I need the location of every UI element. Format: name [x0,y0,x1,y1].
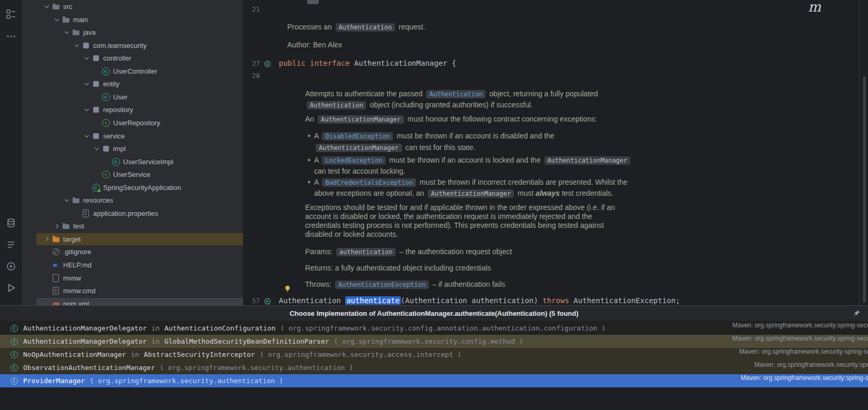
doc-text: Throws: [305,280,334,288]
implementation-row[interactable]: CNoOpAuthenticationManagerinAbstractSecu… [0,348,868,361]
spring-boot-class-icon: C [92,184,100,192]
doc-link-chip[interactable]: LockedException [322,156,385,165]
implementation-row[interactable]: CAuthenticationManagerDelegatorinAuthent… [0,322,868,335]
implementation-class-name: AuthenticationManagerDelegator [23,337,147,345]
doc-text: can test for this state. [403,143,476,152]
doc-text: A [314,178,320,186]
ignored-file-icon [53,248,59,255]
class-icon: C [102,67,110,75]
package-icon [103,146,109,152]
implementation-row-selected[interactable]: CProviderManager( org.springframework.se… [0,374,868,387]
doc-link-chip[interactable]: DisabledException [322,132,393,141]
class-icon: C [102,93,110,101]
tree-item-userrepository[interactable]: IUserRepository [22,116,243,129]
tree-item-main[interactable]: main [22,13,243,26]
tree-item-icon [82,209,90,217]
doc-link-chip[interactable]: AuthenticationException [335,281,429,289]
run-icon[interactable] [5,282,17,294]
tree-item-impl[interactable]: impl [22,142,243,155]
implementation-row[interactable]: CObservationAuthenticationManager( org.s… [0,361,868,374]
tree-item-icon [52,274,60,282]
intention-bulb-icon[interactable] [284,285,291,293]
chevron-open-icon[interactable] [82,77,92,91]
text-file-icon [83,209,89,217]
tree-item-repository[interactable]: repository [22,103,243,116]
tree-item-help-md[interactable]: M↓HELP.md [22,258,243,272]
doc-text: – the authentication request object [397,247,512,256]
popup-title: Choose Implementation of AuthenticationM… [0,306,868,321]
tree-item-icon: C [92,183,100,192]
tree-item-label: test [73,222,84,230]
services-icon[interactable] [5,261,17,272]
todo-icon[interactable] [5,239,17,251]
tree-item-entity[interactable]: entity [22,77,243,91]
chevron-spacer [42,297,52,305]
doc-line: Authentication object (including granted… [305,101,533,109]
maven-tool-window-button[interactable]: m [808,0,821,15]
tree-item-label: repository [103,106,133,114]
chevron-open-icon[interactable] [72,39,82,52]
doc-text: Exceptions should be tested for and if a… [305,203,615,212]
chevron-closed-icon[interactable] [52,219,62,233]
doc-line: can test for account locking. [314,167,406,175]
chevron-open-icon[interactable] [82,52,92,65]
doc-link-chip[interactable]: BadCredentialsException [322,178,416,187]
database-icon[interactable] [5,217,17,229]
chevron-open-icon[interactable] [42,0,52,13]
chevron-spacer [72,207,82,220]
tree-item-label: resources [83,196,113,204]
tree-item-icon [92,106,100,114]
chevron-open-icon[interactable] [92,142,102,155]
tree-item-java[interactable]: java [22,26,243,39]
folder-icon [63,224,69,229]
tree-item-controller[interactable]: controller [22,52,243,65]
tree-item-usercontroller[interactable]: CUserController [22,65,243,78]
implementation-class-name: AuthenticationManagerDelegator [23,324,147,332]
doc-line: Exceptions should be tested for and if a… [305,203,615,212]
doc-link-chip[interactable]: Authentication [426,90,486,98]
chevron-closed-icon[interactable] [42,233,52,246]
implementation-row[interactable]: CAuthenticationManagerDelegatorinGlobalM… [0,335,868,348]
package-icon [93,81,99,87]
chevron-open-icon[interactable] [62,26,72,39]
tree-item-pom-xml[interactable]: mpom.xml [22,297,243,305]
tree-item-test[interactable]: test [22,219,243,233]
tree-item-src[interactable]: src [22,0,243,13]
editor-scrollbar[interactable] [863,76,866,303]
implemented-marker-icon[interactable] [264,60,271,67]
chevron-open-icon[interactable] [52,13,62,26]
chevron-spacer [92,116,102,129]
tree-item-icon: C [102,67,110,75]
package-icon [93,133,99,139]
pin-icon[interactable] [853,309,861,317]
tree-item-userserviceimpl[interactable]: CUserServiceImpl [22,155,243,168]
tree-item-springsecurityapplication[interactable]: CSpringSecurityApplication [22,181,243,194]
tree-item-com-learnsecurity[interactable]: com.learnsecurity [22,39,243,52]
chevron-open-icon[interactable] [62,194,72,207]
chevron-open-icon[interactable] [82,129,92,143]
highlighted-method-name: authenticate [345,296,400,305]
tree-item-userservice[interactable]: IUserService [22,168,243,181]
tree-item-mvnw-cmd[interactable]: mvnw.cmd [22,284,243,297]
doc-code-chip: AuthenticationManager [544,156,631,165]
structure-icon[interactable] [5,8,17,20]
package-icon [93,55,99,61]
bullet: • [308,178,314,186]
tree-item--gitignore[interactable]: .gitignore [22,245,243,258]
package-location: ( org.springframework.security.authentic… [85,377,283,385]
tree-item-application-properties[interactable]: application.properties [22,207,243,220]
tree-item-icon: I [102,118,110,127]
tree-item-icon [52,3,60,11]
bullet: • [308,132,314,140]
implemented-marker-icon[interactable] [264,297,271,304]
tree-item-target[interactable]: target [22,233,243,246]
tree-item-user[interactable]: CUser [22,91,243,104]
chevron-open-icon[interactable] [82,103,92,116]
tree-item-service[interactable]: service [22,129,243,143]
ide-window: srcmainjavacom.learnsecuritycontrollerCU… [0,0,868,410]
tree-item-resources[interactable]: resources [22,194,243,207]
doc-line: AuthenticationManager can test for this … [314,143,476,152]
tree-item-mvnw[interactable]: mvnw [22,272,243,285]
doc-line: Author: Ben Alex [287,41,342,49]
more-icon[interactable] [5,31,17,42]
